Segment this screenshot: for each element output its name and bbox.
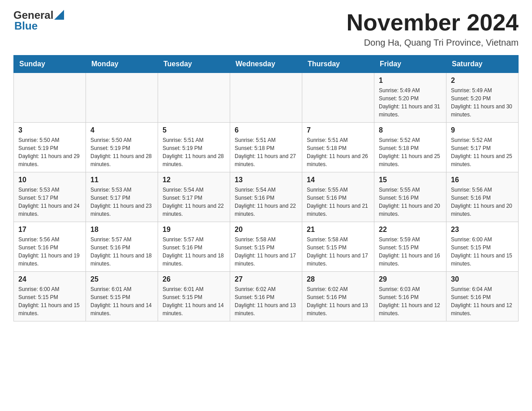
- day-number: 13: [235, 176, 297, 184]
- page-title: November 2024: [347, 9, 519, 36]
- table-row: 24Sunrise: 6:00 AM Sunset: 5:15 PM Dayli…: [14, 272, 86, 321]
- col-saturday: Saturday: [446, 56, 519, 73]
- day-info: Sunrise: 5:58 AM Sunset: 5:15 PM Dayligh…: [235, 235, 297, 268]
- table-row: 4Sunrise: 5:50 AM Sunset: 5:19 PM Daylig…: [86, 123, 158, 172]
- table-row: 8Sunrise: 5:52 AM Sunset: 5:18 PM Daylig…: [374, 123, 446, 172]
- table-row: 17Sunrise: 5:56 AM Sunset: 5:16 PM Dayli…: [14, 222, 86, 272]
- day-number: 9: [451, 126, 514, 134]
- col-tuesday: Tuesday: [158, 56, 230, 73]
- day-info: Sunrise: 6:00 AM Sunset: 5:15 PM Dayligh…: [18, 285, 81, 317]
- table-row: 12Sunrise: 5:54 AM Sunset: 5:17 PM Dayli…: [158, 172, 230, 222]
- day-info: Sunrise: 5:57 AM Sunset: 5:16 PM Dayligh…: [163, 235, 225, 268]
- table-row: 18Sunrise: 5:57 AM Sunset: 5:16 PM Dayli…: [86, 222, 158, 272]
- day-info: Sunrise: 6:03 AM Sunset: 5:16 PM Dayligh…: [379, 285, 442, 317]
- day-number: 12: [163, 176, 225, 184]
- table-row: 26Sunrise: 6:01 AM Sunset: 5:15 PM Dayli…: [158, 272, 230, 321]
- page-header: General Blue November 2024 Dong Ha, Quan…: [13, 9, 519, 48]
- table-row: 25Sunrise: 6:01 AM Sunset: 5:15 PM Dayli…: [86, 272, 158, 321]
- day-number: 23: [451, 226, 514, 234]
- day-number: 10: [18, 176, 81, 184]
- day-number: 24: [18, 275, 81, 283]
- table-row: 29Sunrise: 6:03 AM Sunset: 5:16 PM Dayli…: [374, 272, 446, 321]
- day-number: 28: [307, 275, 369, 283]
- calendar-week-row: 3Sunrise: 5:50 AM Sunset: 5:19 PM Daylig…: [14, 123, 519, 172]
- table-row: 10Sunrise: 5:53 AM Sunset: 5:17 PM Dayli…: [14, 172, 86, 222]
- logo-blue-text: Blue: [14, 20, 38, 32]
- day-number: 25: [90, 275, 153, 283]
- day-info: Sunrise: 5:54 AM Sunset: 5:17 PM Dayligh…: [163, 186, 225, 218]
- col-thursday: Thursday: [302, 56, 374, 73]
- day-number: 15: [379, 176, 442, 184]
- logo-triangle-icon: [54, 10, 64, 20]
- day-number: 8: [379, 126, 442, 134]
- table-row: 19Sunrise: 5:57 AM Sunset: 5:16 PM Dayli…: [158, 222, 230, 272]
- day-info: Sunrise: 6:01 AM Sunset: 5:15 PM Dayligh…: [90, 285, 153, 317]
- day-info: Sunrise: 6:02 AM Sunset: 5:16 PM Dayligh…: [235, 285, 297, 317]
- svg-marker-0: [54, 10, 64, 20]
- table-row: [158, 73, 230, 123]
- day-info: Sunrise: 5:55 AM Sunset: 5:16 PM Dayligh…: [307, 186, 369, 218]
- table-row: 27Sunrise: 6:02 AM Sunset: 5:16 PM Dayli…: [230, 272, 302, 321]
- table-row: 21Sunrise: 5:58 AM Sunset: 5:15 PM Dayli…: [302, 222, 374, 272]
- table-row: [86, 73, 158, 123]
- col-wednesday: Wednesday: [230, 56, 302, 73]
- day-info: Sunrise: 5:52 AM Sunset: 5:17 PM Dayligh…: [451, 136, 514, 168]
- day-info: Sunrise: 6:04 AM Sunset: 5:16 PM Dayligh…: [451, 285, 514, 317]
- table-row: 20Sunrise: 5:58 AM Sunset: 5:15 PM Dayli…: [230, 222, 302, 272]
- day-info: Sunrise: 5:55 AM Sunset: 5:16 PM Dayligh…: [379, 186, 442, 218]
- calendar-week-row: 24Sunrise: 6:00 AM Sunset: 5:15 PM Dayli…: [14, 272, 519, 321]
- day-number: 2: [451, 77, 514, 85]
- table-row: [14, 73, 86, 123]
- calendar-table: Sunday Monday Tuesday Wednesday Thursday…: [13, 55, 519, 321]
- day-info: Sunrise: 5:58 AM Sunset: 5:15 PM Dayligh…: [307, 235, 369, 268]
- calendar-header-row: Sunday Monday Tuesday Wednesday Thursday…: [14, 56, 519, 73]
- day-number: 3: [18, 126, 81, 134]
- table-row: 7Sunrise: 5:51 AM Sunset: 5:18 PM Daylig…: [302, 123, 374, 172]
- table-row: 14Sunrise: 5:55 AM Sunset: 5:16 PM Dayli…: [302, 172, 374, 222]
- day-info: Sunrise: 6:00 AM Sunset: 5:15 PM Dayligh…: [451, 235, 514, 268]
- day-info: Sunrise: 5:56 AM Sunset: 5:16 PM Dayligh…: [18, 235, 81, 268]
- table-row: [230, 73, 302, 123]
- col-monday: Monday: [86, 56, 158, 73]
- day-info: Sunrise: 5:56 AM Sunset: 5:16 PM Dayligh…: [451, 186, 514, 218]
- table-row: 1Sunrise: 5:49 AM Sunset: 5:20 PM Daylig…: [374, 73, 446, 123]
- calendar-week-row: 1Sunrise: 5:49 AM Sunset: 5:20 PM Daylig…: [14, 73, 519, 123]
- day-info: Sunrise: 5:49 AM Sunset: 5:20 PM Dayligh…: [451, 86, 514, 119]
- table-row: 28Sunrise: 6:02 AM Sunset: 5:16 PM Dayli…: [302, 272, 374, 321]
- day-number: 19: [163, 226, 225, 234]
- day-number: 7: [307, 126, 369, 134]
- day-number: 5: [163, 126, 225, 134]
- calendar-week-row: 10Sunrise: 5:53 AM Sunset: 5:17 PM Dayli…: [14, 172, 519, 222]
- day-number: 4: [90, 126, 153, 134]
- page-subtitle: Dong Ha, Quang Tri Province, Vietnam: [347, 38, 519, 48]
- day-number: 27: [235, 275, 297, 283]
- table-row: 5Sunrise: 5:51 AM Sunset: 5:19 PM Daylig…: [158, 123, 230, 172]
- day-info: Sunrise: 5:59 AM Sunset: 5:15 PM Dayligh…: [379, 235, 442, 268]
- table-row: 13Sunrise: 5:54 AM Sunset: 5:16 PM Dayli…: [230, 172, 302, 222]
- day-number: 11: [90, 176, 153, 184]
- day-number: 6: [235, 126, 297, 134]
- col-friday: Friday: [374, 56, 446, 73]
- table-row: [302, 73, 374, 123]
- table-row: 2Sunrise: 5:49 AM Sunset: 5:20 PM Daylig…: [446, 73, 519, 123]
- day-info: Sunrise: 5:49 AM Sunset: 5:20 PM Dayligh…: [379, 86, 442, 119]
- day-number: 26: [163, 275, 225, 283]
- logo: General Blue: [13, 9, 64, 32]
- day-number: 1: [379, 77, 442, 85]
- day-info: Sunrise: 5:51 AM Sunset: 5:18 PM Dayligh…: [307, 136, 369, 168]
- day-info: Sunrise: 5:51 AM Sunset: 5:18 PM Dayligh…: [235, 136, 297, 168]
- table-row: 16Sunrise: 5:56 AM Sunset: 5:16 PM Dayli…: [446, 172, 519, 222]
- day-number: 16: [451, 176, 514, 184]
- table-row: 23Sunrise: 6:00 AM Sunset: 5:15 PM Dayli…: [446, 222, 519, 272]
- col-sunday: Sunday: [14, 56, 86, 73]
- day-number: 29: [379, 275, 442, 283]
- day-info: Sunrise: 5:54 AM Sunset: 5:16 PM Dayligh…: [235, 186, 297, 218]
- table-row: 30Sunrise: 6:04 AM Sunset: 5:16 PM Dayli…: [446, 272, 519, 321]
- table-row: 22Sunrise: 5:59 AM Sunset: 5:15 PM Dayli…: [374, 222, 446, 272]
- day-info: Sunrise: 5:51 AM Sunset: 5:19 PM Dayligh…: [163, 136, 225, 168]
- calendar-week-row: 17Sunrise: 5:56 AM Sunset: 5:16 PM Dayli…: [14, 222, 519, 272]
- day-info: Sunrise: 5:52 AM Sunset: 5:18 PM Dayligh…: [379, 136, 442, 168]
- day-info: Sunrise: 5:53 AM Sunset: 5:17 PM Dayligh…: [90, 186, 153, 218]
- day-number: 14: [307, 176, 369, 184]
- day-number: 20: [235, 226, 297, 234]
